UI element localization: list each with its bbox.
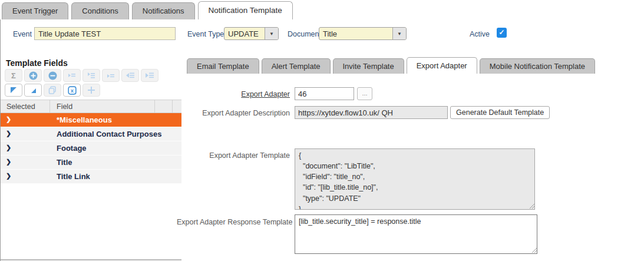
table-row-title-link[interactable]: ❯ Title Link	[1, 170, 181, 184]
export-adapter-link[interactable]: Export Adapter	[177, 90, 290, 98]
move-icon	[87, 86, 95, 94]
panel-bottom-border	[1, 259, 181, 260]
field-name: Title	[57, 158, 72, 167]
checkmark-icon: ✓	[498, 28, 504, 37]
document-value: Title	[319, 28, 392, 39]
export-adapter-response-template-label: Export Adapter Response Template	[177, 218, 290, 226]
template-fields-grid-header: Selected Field	[1, 100, 181, 113]
tab-notification-template[interactable]: Notification Template	[198, 1, 293, 19]
sum-button[interactable]: Σ	[5, 69, 22, 82]
event-type-dropdown[interactable]: UPDATE ▼	[224, 27, 279, 40]
template-fields-grid: Selected Field ❯ *Miscellaneous ❯ Additi…	[1, 100, 181, 184]
corner-top-left-icon	[10, 87, 17, 94]
template-fields-title: Template Fields	[6, 58, 68, 68]
field-name: *Miscellaneous	[57, 115, 112, 124]
tab-alert-template[interactable]: Alert Template	[262, 58, 331, 74]
insert-sibling-icon	[67, 72, 77, 79]
event-type-value: UPDATE	[224, 28, 265, 39]
export-adapter-description-label: Export Adapter Description	[177, 109, 290, 117]
chevron-down-icon: ▼	[265, 28, 278, 39]
column-header-selected[interactable]: Selected	[1, 100, 50, 113]
table-row-footage[interactable]: ❯ Footage	[1, 141, 181, 156]
indent-icon	[145, 72, 154, 79]
move-button[interactable]	[82, 84, 100, 97]
tab-notifications[interactable]: Notifications	[132, 2, 195, 19]
event-type-label: Event Type	[187, 30, 224, 38]
tab-invite-template[interactable]: Invite Template	[333, 58, 404, 74]
template-tab-bar: Email Template Alert Template Invite Tem…	[187, 57, 595, 74]
outdent-button[interactable]	[121, 69, 139, 82]
outdent-icon	[126, 72, 135, 79]
expand-all-button[interactable]	[24, 84, 42, 97]
expand-chevron-icon[interactable]: ❯	[6, 158, 11, 166]
export-adapter-response-template-textarea[interactable]: [lib_title.security_title] = response.ti…	[295, 214, 537, 254]
template-fields-toolbar-row2: x	[5, 84, 100, 97]
tab-email-template[interactable]: Email Template	[187, 58, 259, 74]
event-input[interactable]	[34, 27, 176, 40]
active-checkbox[interactable]: ✓	[497, 28, 507, 38]
export-adapter-description-input[interactable]	[295, 106, 448, 119]
excel-export-button[interactable]: x	[63, 84, 81, 97]
expand-chevron-icon[interactable]: ❯	[6, 115, 11, 123]
sum-icon: Σ	[11, 71, 16, 80]
export-adapter-browse-button[interactable]: ...	[357, 87, 372, 100]
indent-button[interactable]	[141, 69, 158, 82]
insert-below-button[interactable]	[102, 69, 120, 82]
collapse-all-button[interactable]	[5, 84, 22, 97]
main-tab-bar: Event Trigger Conditions Notifications N…	[2, 1, 293, 19]
excel-export-icon: x	[68, 86, 77, 95]
corner-bottom-right-icon	[29, 87, 37, 94]
tab-event-trigger[interactable]: Event Trigger	[2, 2, 68, 19]
copy-button[interactable]	[44, 84, 61, 97]
document-label: Document	[288, 30, 321, 38]
add-button[interactable]	[24, 69, 42, 82]
copy-icon	[48, 86, 57, 94]
tab-export-adapter[interactable]: Export Adapter	[407, 57, 477, 74]
field-name: Title Link	[57, 172, 90, 181]
document-dropdown[interactable]: Title ▼	[319, 27, 407, 40]
export-adapter-id-input[interactable]	[295, 87, 354, 100]
table-row-additional-contact-purposes[interactable]: ❯ Additional Contact Purposes	[1, 127, 181, 141]
remove-button[interactable]	[44, 69, 61, 82]
insert-child-icon	[87, 72, 96, 79]
chevron-down-icon: ▼	[392, 28, 406, 39]
table-row-miscellaneous[interactable]: ❯ *Miscellaneous	[1, 113, 181, 127]
field-name: Footage	[57, 144, 87, 153]
event-label: Event	[13, 30, 32, 38]
tab-mobile-notification-template[interactable]: Mobile Notification Template	[480, 58, 595, 74]
column-header-field[interactable]: Field	[50, 100, 155, 113]
svg-text:x: x	[70, 87, 74, 94]
expand-chevron-icon[interactable]: ❯	[6, 144, 11, 151]
field-name: Additional Contact Purposes	[57, 130, 161, 138]
notification-template-screen: Event Trigger Conditions Notifications N…	[0, 0, 644, 261]
add-circle-icon	[29, 71, 38, 80]
expand-chevron-icon[interactable]: ❯	[6, 130, 11, 137]
expand-chevron-icon[interactable]: ❯	[6, 172, 11, 180]
table-row-title[interactable]: ❯ Title	[1, 156, 181, 170]
tab-conditions[interactable]: Conditions	[71, 2, 128, 19]
template-fields-toolbar-row1: Σ	[5, 69, 158, 82]
column-header-extra-1	[155, 100, 173, 113]
remove-circle-icon	[48, 71, 57, 80]
active-label: Active	[470, 30, 490, 38]
export-adapter-template-textarea[interactable]: { "document": "LibTitle", "idField": "ti…	[295, 148, 535, 210]
insert-sibling-button[interactable]	[63, 69, 81, 82]
insert-below-icon	[106, 72, 115, 79]
generate-default-template-button[interactable]: Generate Default Template	[450, 106, 550, 119]
export-adapter-template-label: Export Adapter Template	[177, 151, 290, 160]
insert-child-button[interactable]	[82, 69, 100, 82]
